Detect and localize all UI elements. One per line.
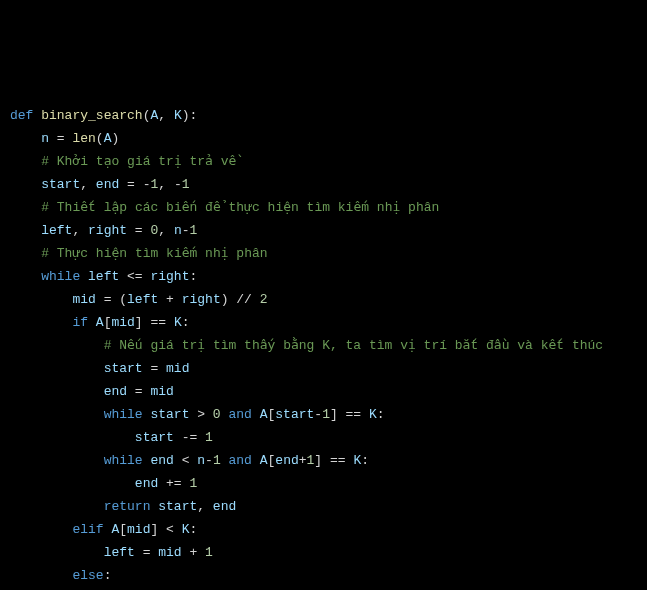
code-line: elif A[mid] < K: xyxy=(10,518,647,541)
code-token: # Thiết lập các biến để thực hiện tìm ki… xyxy=(41,200,439,215)
code-line: while left <= right: xyxy=(10,265,647,288)
code-token: end xyxy=(150,453,173,468)
code-token xyxy=(10,453,104,468)
code-token: ] == xyxy=(135,315,174,330)
code-line: if A[mid] == K: xyxy=(10,311,647,334)
code-token xyxy=(10,522,72,537)
code-token: and xyxy=(221,453,260,468)
code-token: = ( xyxy=(96,292,127,307)
code-token: def xyxy=(10,108,41,123)
code-token: , xyxy=(158,108,174,123)
code-token: A xyxy=(260,453,268,468)
code-token: start xyxy=(150,407,189,422)
code-line: mid = (left + right) // 2 xyxy=(10,288,647,311)
code-token xyxy=(10,407,104,422)
code-token: - xyxy=(182,223,190,238)
code-token: , xyxy=(158,177,174,192)
code-token xyxy=(10,223,41,238)
code-token xyxy=(10,315,72,330)
code-token: while xyxy=(104,407,151,422)
code-line: # Thiết lập các biến để thực hiện tìm ki… xyxy=(10,196,647,219)
code-token: > xyxy=(189,407,212,422)
code-token: # Thực hiện tìm kiếm nhị phân xyxy=(41,246,267,261)
code-line: left = mid + 1 xyxy=(10,541,647,564)
code-token: ) // xyxy=(221,292,260,307)
code-token: [ xyxy=(119,522,127,537)
code-token: return xyxy=(104,499,159,514)
code-line: start -= 1 xyxy=(10,426,647,449)
code-line: start = mid xyxy=(10,357,647,380)
code-token: # Nếu giá trị tìm thấy bằng K, ta tìm vị… xyxy=(104,338,603,353)
code-token xyxy=(10,200,41,215)
code-token: 1 xyxy=(205,430,213,445)
code-token: ( xyxy=(96,131,104,146)
code-token: 1 xyxy=(213,453,221,468)
code-token: ) xyxy=(111,131,119,146)
code-block: def binary_search(A, K): n = len(A) # Kh… xyxy=(10,104,647,590)
code-line: start, end = -1, -1 xyxy=(10,173,647,196)
code-line: left, right = 0, n-1 xyxy=(10,219,647,242)
code-token xyxy=(10,246,41,261)
code-token: while xyxy=(104,453,151,468)
code-line: while start > 0 and A[start-1] == K: xyxy=(10,403,647,426)
code-token: + xyxy=(158,292,181,307)
code-line: n = len(A) xyxy=(10,127,647,150)
code-token: 0 xyxy=(213,407,221,422)
code-token: start xyxy=(158,499,197,514)
code-token: A xyxy=(96,315,104,330)
code-token: mid xyxy=(72,292,95,307)
code-token: = xyxy=(135,545,158,560)
code-token: n xyxy=(174,223,182,238)
code-token: left xyxy=(127,292,158,307)
code-token: 1 xyxy=(322,407,330,422)
code-token: : xyxy=(190,522,198,537)
code-token: = xyxy=(143,361,166,376)
code-token xyxy=(10,292,72,307)
code-line: def binary_search(A, K): xyxy=(10,104,647,127)
code-token: 1 xyxy=(182,177,190,192)
code-token: start xyxy=(275,407,314,422)
code-token: end xyxy=(275,453,298,468)
code-token: left xyxy=(41,223,72,238)
code-token: mid xyxy=(111,315,134,330)
code-line: return start, end xyxy=(10,495,647,518)
code-token: ] < xyxy=(150,522,181,537)
code-token: <= xyxy=(119,269,150,284)
code-token: 1 xyxy=(189,476,197,491)
code-token xyxy=(10,269,41,284)
code-token: start xyxy=(135,430,174,445)
code-token: : xyxy=(182,315,190,330)
code-token: 2 xyxy=(260,292,268,307)
code-token: + xyxy=(182,545,205,560)
code-token: - xyxy=(314,407,322,422)
code-token: mid xyxy=(166,361,189,376)
code-token: start xyxy=(104,361,143,376)
code-token: K xyxy=(182,522,190,537)
code-token: len xyxy=(72,131,95,146)
code-token xyxy=(10,154,41,169)
code-line: else: xyxy=(10,564,647,587)
code-token: , xyxy=(72,223,88,238)
code-token: , xyxy=(158,223,174,238)
code-token: end xyxy=(213,499,236,514)
code-line: end += 1 xyxy=(10,472,647,495)
code-token: , xyxy=(197,499,213,514)
code-token: = xyxy=(119,177,142,192)
code-token xyxy=(10,545,104,560)
code-token: K xyxy=(369,407,377,422)
code-token: and xyxy=(221,407,260,422)
code-line: end = mid xyxy=(10,380,647,403)
code-token xyxy=(10,361,104,376)
code-token: while xyxy=(41,269,88,284)
code-token: = xyxy=(127,384,150,399)
code-token xyxy=(10,177,41,192)
code-token: end xyxy=(96,177,119,192)
code-token xyxy=(10,338,104,353)
code-line: # Khởi tạo giá trị trả về xyxy=(10,150,647,173)
code-token: : xyxy=(189,269,197,284)
code-token: 1 xyxy=(205,545,213,560)
code-token: right xyxy=(150,269,189,284)
code-token: : xyxy=(104,568,112,583)
code-token: mid xyxy=(158,545,181,560)
code-token: mid xyxy=(150,384,173,399)
